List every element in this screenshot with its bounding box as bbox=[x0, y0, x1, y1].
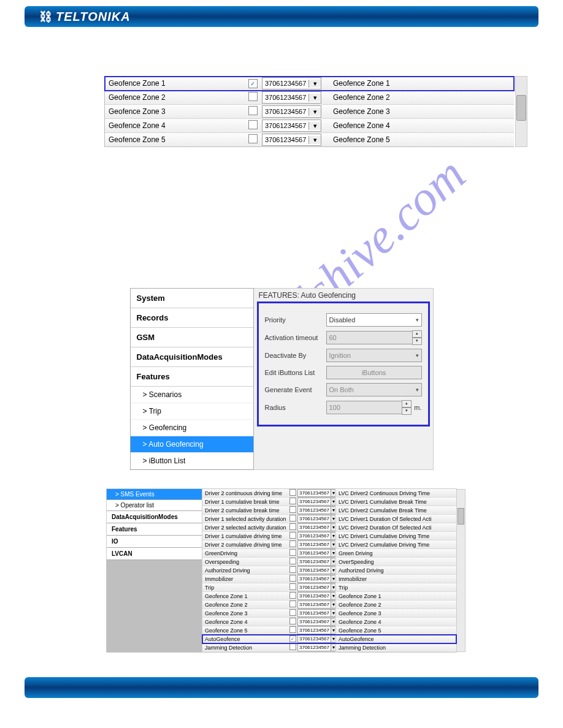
event-row[interactable]: Immobilizer37061234567▾Immobilizer bbox=[202, 575, 456, 583]
phone-select[interactable]: 37061234567▾ bbox=[297, 498, 335, 506]
scrollbar[interactable] bbox=[515, 76, 527, 147]
geofence-row[interactable]: Geofence Zone 337061234567▾Geofence Zone… bbox=[105, 105, 514, 119]
enable-checkbox[interactable] bbox=[289, 549, 296, 556]
phone-select[interactable]: 37061234567▾ bbox=[262, 134, 321, 146]
phone-select[interactable]: 37061234567▾ bbox=[297, 566, 335, 574]
nav-item[interactable]: IO bbox=[107, 536, 202, 548]
phone-select[interactable]: 37061234567▾ bbox=[262, 119, 321, 132]
enable-checkbox[interactable] bbox=[289, 523, 296, 530]
enable-checkbox[interactable] bbox=[289, 532, 296, 539]
generate-event-select[interactable]: On Both▾ bbox=[326, 383, 422, 396]
enable-checkbox[interactable] bbox=[248, 92, 258, 101]
enable-checkbox[interactable] bbox=[289, 626, 296, 633]
scrollbar-thumb[interactable] bbox=[458, 508, 464, 525]
event-row[interactable]: Overspeeding37061234567▾OverSpeeding bbox=[202, 558, 456, 566]
phone-select[interactable]: 37061234567▾ bbox=[297, 506, 335, 514]
phone-select[interactable]: 37061234567▾ bbox=[297, 583, 335, 591]
enable-checkbox[interactable]: ✓ bbox=[248, 79, 258, 88]
enable-checkbox[interactable] bbox=[289, 609, 296, 616]
phone-select[interactable]: 37061234567▾ bbox=[297, 601, 335, 609]
event-row[interactable]: Driver 2 cumulative break time3706123456… bbox=[202, 506, 456, 515]
event-row[interactable]: Driver 2 cumulative driving time37061234… bbox=[202, 540, 456, 549]
enable-checkbox[interactable] bbox=[248, 120, 258, 129]
priority-select[interactable]: Disabled▾ bbox=[326, 313, 422, 327]
phone-select[interactable]: 37061234567▾ bbox=[262, 77, 321, 89]
nav-sub-item[interactable]: > Scenarios bbox=[131, 387, 253, 403]
spin-up-icon[interactable]: ▴ bbox=[412, 330, 422, 338]
geofence-row[interactable]: Geofence Zone 437061234567▾Geofence Zone… bbox=[105, 119, 514, 133]
event-row[interactable]: Geofence Zone 137061234567▾Geofence Zone… bbox=[202, 592, 456, 601]
enable-checkbox[interactable] bbox=[289, 540, 296, 547]
nav-sub-item[interactable]: > Geofencing bbox=[131, 420, 253, 436]
enable-checkbox[interactable]: ✓ bbox=[289, 635, 296, 642]
enable-checkbox[interactable] bbox=[289, 583, 296, 590]
phone-select[interactable]: 37061234567▾ bbox=[297, 643, 335, 651]
phone-select[interactable]: 37061234567▾ bbox=[297, 515, 335, 523]
nav-item[interactable]: Features bbox=[107, 523, 202, 536]
event-row[interactable]: Driver 1 selected activity duration37061… bbox=[202, 515, 456, 523]
nav-item[interactable]: Records bbox=[131, 308, 253, 328]
event-row[interactable]: Driver 2 continuous driving time37061234… bbox=[202, 489, 456, 498]
enable-checkbox[interactable] bbox=[289, 515, 296, 521]
enable-checkbox[interactable] bbox=[289, 558, 296, 564]
phone-select[interactable]: 37061234567▾ bbox=[262, 105, 321, 118]
enable-checkbox[interactable] bbox=[289, 489, 296, 496]
event-row[interactable]: Geofence Zone 237061234567▾Geofence Zone… bbox=[202, 601, 456, 609]
enable-checkbox[interactable] bbox=[289, 643, 296, 650]
geofence-row[interactable]: Geofence Zone 1✓37061234567▾Geofence Zon… bbox=[105, 77, 514, 91]
nav-item[interactable]: LVCAN bbox=[107, 548, 202, 560]
nav-sub-item[interactable]: > Operator list bbox=[107, 500, 202, 511]
phone-select[interactable]: 37061234567▾ bbox=[297, 609, 335, 617]
enable-checkbox[interactable] bbox=[289, 575, 296, 582]
nav-sub-item[interactable]: > Auto Geofencing bbox=[131, 436, 253, 453]
enable-checkbox[interactable] bbox=[289, 618, 296, 624]
event-row[interactable]: Trip37061234567▾Trip bbox=[202, 583, 456, 592]
event-row[interactable]: AutoGeofence✓37061234567▾AutoGeofence bbox=[202, 635, 456, 643]
scrollbar[interactable] bbox=[456, 489, 465, 652]
phone-select[interactable]: 37061234567▾ bbox=[297, 540, 335, 548]
phone-select[interactable]: 37061234567▾ bbox=[297, 575, 335, 583]
phone-select[interactable]: 37061234567▾ bbox=[297, 523, 335, 531]
nav-item[interactable]: System bbox=[131, 289, 253, 308]
enable-checkbox[interactable] bbox=[289, 592, 296, 599]
radius-input[interactable]: 100 bbox=[326, 401, 403, 414]
geofence-row[interactable]: Geofence Zone 237061234567▾Geofence Zone… bbox=[105, 91, 514, 105]
phone-select[interactable]: 37061234567▾ bbox=[297, 532, 335, 540]
event-row[interactable]: Driver 1 cumulative driving time37061234… bbox=[202, 532, 456, 540]
enable-checkbox[interactable] bbox=[248, 106, 258, 115]
event-row[interactable]: Authorized Driving37061234567▾Authorized… bbox=[202, 566, 456, 575]
spin-down-icon[interactable]: ▾ bbox=[402, 408, 412, 415]
event-row[interactable]: Geofence Zone 537061234567▾Geofence Zone… bbox=[202, 626, 456, 635]
event-row[interactable]: Driver 1 cumulative break time3706123456… bbox=[202, 498, 456, 506]
nav-sub-item[interactable]: > iButton List bbox=[131, 453, 253, 469]
phone-select[interactable]: 37061234567▾ bbox=[297, 618, 335, 626]
phone-select[interactable]: 37061234567▾ bbox=[297, 558, 335, 566]
event-row[interactable]: Jamming Detection37061234567▾Jamming Det… bbox=[202, 643, 456, 652]
ibuttons-button[interactable]: iButtons bbox=[326, 366, 422, 379]
spin-down-icon[interactable]: ▾ bbox=[412, 338, 422, 345]
enable-checkbox[interactable] bbox=[248, 134, 258, 143]
phone-select[interactable]: 37061234567▾ bbox=[297, 592, 335, 600]
event-row[interactable]: Driver 2 selected activity duration37061… bbox=[202, 523, 456, 532]
enable-checkbox[interactable] bbox=[289, 601, 296, 607]
enable-checkbox[interactable] bbox=[289, 566, 296, 573]
nav-sub-item[interactable]: > Trip bbox=[131, 403, 253, 420]
nav-item[interactable]: GSM bbox=[131, 328, 253, 347]
event-row[interactable]: Geofence Zone 337061234567▾Geofence Zone… bbox=[202, 609, 456, 618]
phone-select[interactable]: 37061234567▾ bbox=[262, 91, 321, 104]
nav-item[interactable]: DataAcquisitionModes bbox=[107, 511, 202, 523]
event-row[interactable]: GreenDriving37061234567▾Green Driving bbox=[202, 549, 456, 558]
spin-up-icon[interactable]: ▴ bbox=[402, 400, 412, 408]
event-row[interactable]: Geofence Zone 437061234567▾Geofence Zone… bbox=[202, 618, 456, 626]
phone-select[interactable]: 37061234567▾ bbox=[297, 549, 335, 557]
timeout-input[interactable]: 60 bbox=[326, 331, 413, 344]
nav-item[interactable]: DataAcquisitionModes bbox=[131, 347, 253, 367]
enable-checkbox[interactable] bbox=[289, 498, 296, 504]
scrollbar-thumb[interactable] bbox=[516, 95, 526, 121]
phone-select[interactable]: 37061234567▾ bbox=[297, 635, 335, 643]
nav-sub-item[interactable]: > SMS Events bbox=[107, 489, 202, 500]
deactivate-select[interactable]: Ignition▾ bbox=[326, 349, 422, 362]
enable-checkbox[interactable] bbox=[289, 506, 296, 513]
nav-item[interactable]: Features bbox=[131, 367, 253, 387]
phone-select[interactable]: 37061234567▾ bbox=[297, 626, 335, 634]
